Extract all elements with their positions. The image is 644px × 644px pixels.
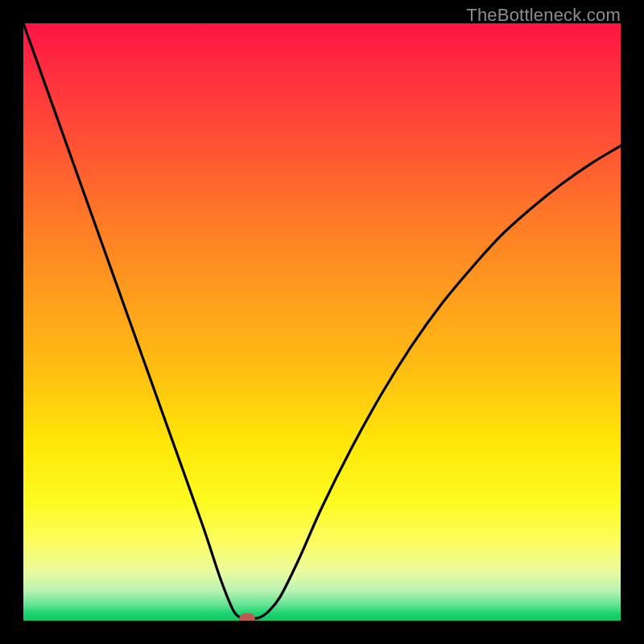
curve-svg <box>23 23 621 621</box>
bottleneck-curve <box>23 23 621 619</box>
plot-area <box>23 23 621 621</box>
watermark-text: TheBottleneck.com <box>466 5 621 26</box>
outer-frame: TheBottleneck.com <box>0 0 644 644</box>
optimal-point-marker <box>239 613 255 621</box>
